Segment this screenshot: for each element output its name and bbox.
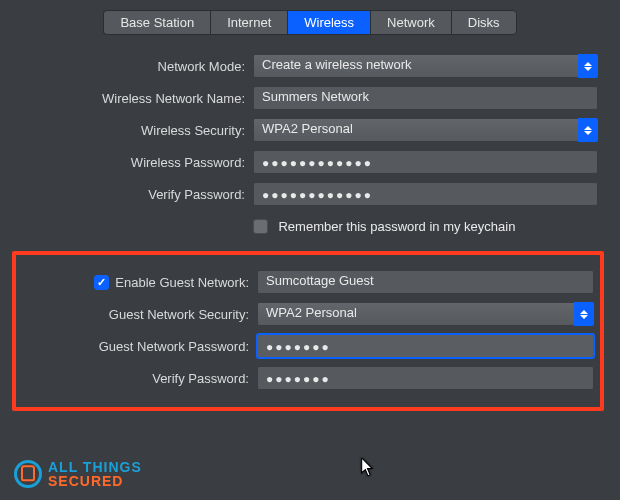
input-verify-password[interactable]: ●●●●●●●●●●●● [253, 182, 598, 206]
select-network-mode[interactable]: Create a wireless network [253, 54, 598, 78]
label-wireless-name: Wireless Network Name: [0, 91, 253, 106]
tab-wireless[interactable]: Wireless [287, 10, 370, 35]
label-enable-guest: Enable Guest Network: [16, 275, 257, 290]
label-guest-password: Guest Network Password: [16, 339, 257, 354]
input-wireless-name[interactable]: Summers Network [253, 86, 598, 110]
select-wireless-security[interactable]: WPA2 Personal [253, 118, 598, 142]
input-guest-password[interactable]: ●●●●●●● [257, 334, 594, 358]
label-verify-password: Verify Password: [0, 187, 253, 202]
label-guest-verify: Verify Password: [16, 371, 257, 386]
wireless-form: Network Mode: Create a wireless network … [0, 47, 620, 239]
label-network-mode: Network Mode: [0, 59, 253, 74]
watermark-line2: SECURED [48, 474, 142, 488]
tab-internet[interactable]: Internet [210, 10, 287, 35]
checkbox-enable-guest[interactable] [94, 275, 109, 290]
label-remember-keychain: Remember this password in my keychain [278, 219, 515, 234]
tab-disks[interactable]: Disks [451, 10, 517, 35]
select-guest-security[interactable]: WPA2 Personal [257, 302, 594, 326]
checkbox-remember-keychain[interactable] [253, 219, 268, 234]
guest-network-section: Enable Guest Network: Sumcottage Guest G… [12, 251, 604, 411]
cursor-icon [360, 458, 376, 482]
watermark-line1: ALL THINGS [48, 460, 142, 474]
tab-base-station[interactable]: Base Station [103, 10, 210, 35]
tab-network[interactable]: Network [370, 10, 451, 35]
input-guest-name[interactable]: Sumcottage Guest [257, 270, 594, 294]
label-wireless-security: Wireless Security: [0, 123, 253, 138]
label-guest-security: Guest Network Security: [16, 307, 257, 322]
lock-icon [14, 460, 42, 488]
input-guest-verify[interactable]: ●●●●●●● [257, 366, 594, 390]
watermark-logo: ALL THINGS SECURED [14, 460, 142, 488]
label-wireless-password: Wireless Password: [0, 155, 253, 170]
tab-bar: Base Station Internet Wireless Network D… [0, 0, 620, 47]
input-wireless-password[interactable]: ●●●●●●●●●●●● [253, 150, 598, 174]
